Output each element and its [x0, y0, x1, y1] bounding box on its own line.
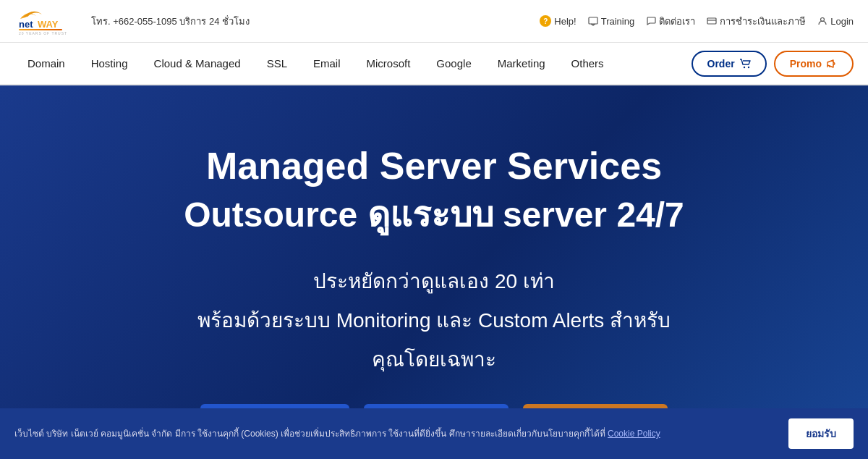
- nav-cloud-managed[interactable]: Cloud & Managed: [141, 43, 254, 84]
- top-bar-right: ? Help! Training ติดต่อเรา การชำระเงินแล…: [540, 14, 854, 29]
- order-button[interactable]: Order: [692, 51, 767, 77]
- promo-button[interactable]: Promo: [774, 51, 854, 77]
- svg-point-10: [747, 66, 749, 67]
- hero-title-sub: Outsource ดูแระบบ server 24/7: [29, 194, 839, 236]
- cookie-accept-button[interactable]: ยอมรับ: [788, 418, 854, 449]
- billing-link[interactable]: การชำระเงินและภาษี: [707, 14, 806, 29]
- billing-icon: [707, 16, 717, 26]
- svg-point-9: [743, 66, 744, 67]
- top-bar-left: net WAY 20 YEARS OF TRUST โทร. +6: [14, 6, 250, 36]
- user-icon: [817, 16, 827, 26]
- cart-icon: [739, 59, 751, 69]
- logo-svg: net WAY 20 YEARS OF TRUST: [14, 6, 80, 36]
- nav-marketing[interactable]: Marketing: [485, 43, 558, 84]
- training-link[interactable]: Training: [588, 16, 634, 27]
- svg-rect-2: [19, 29, 62, 30]
- nav-buttons: Order Promo: [692, 51, 854, 77]
- cookie-banner: เว็บไซต์ บริษัท เน็ตเวย์ คอมมูนิเคชั่น จ…: [0, 408, 868, 459]
- chat-icon: [646, 16, 656, 26]
- nav-ssl[interactable]: SSL: [254, 43, 300, 84]
- svg-text:20 YEARS OF TRUST: 20 YEARS OF TRUST: [19, 31, 67, 35]
- hero-section: Managed Server Services Outsource ดูแระบ…: [0, 85, 868, 459]
- svg-text:WAY: WAY: [38, 19, 59, 30]
- hero-desc3: คุณโดยเฉพาะ: [29, 343, 839, 375]
- help-link[interactable]: ? Help!: [540, 15, 576, 27]
- svg-rect-6: [707, 18, 716, 24]
- nav-links: Domain Hosting Cloud & Managed SSL Email…: [14, 43, 617, 84]
- svg-rect-4: [589, 17, 597, 24]
- contact-link[interactable]: ติดต่อเรา: [646, 14, 695, 29]
- nav-others[interactable]: Others: [558, 43, 617, 84]
- login-link[interactable]: Login: [817, 16, 854, 27]
- hero-desc2: พร้อมด้วยระบบ Monitoring และ Custom Aler…: [29, 306, 839, 336]
- nav-domain[interactable]: Domain: [14, 43, 78, 84]
- hero-title-main: Managed Server Services: [29, 143, 839, 188]
- svg-text:net: net: [19, 19, 33, 30]
- cookie-policy-link[interactable]: Cookie Policy: [608, 429, 660, 439]
- nav-bar: Domain Hosting Cloud & Managed SSL Email…: [0, 43, 868, 85]
- training-icon: [588, 16, 598, 26]
- nav-email[interactable]: Email: [300, 43, 354, 84]
- nav-hosting[interactable]: Hosting: [78, 43, 141, 84]
- help-icon: ?: [540, 15, 551, 27]
- nav-google[interactable]: Google: [423, 43, 484, 84]
- logo[interactable]: net WAY 20 YEARS OF TRUST: [14, 6, 80, 36]
- top-bar: net WAY 20 YEARS OF TRUST โทร. +6: [0, 0, 868, 43]
- cookie-text: เว็บไซต์ บริษัท เน็ตเวย์ คอมมูนิเคชั่น จ…: [14, 427, 777, 440]
- nav-microsoft[interactable]: Microsoft: [354, 43, 424, 84]
- phone-number: โทร. +662-055-1095 บริการ 24 ชั่วโมง: [91, 14, 250, 29]
- hero-desc1: ประหยัดกว่าดูแลเอง 20 เท่า: [29, 265, 839, 297]
- megaphone-icon: [826, 59, 838, 69]
